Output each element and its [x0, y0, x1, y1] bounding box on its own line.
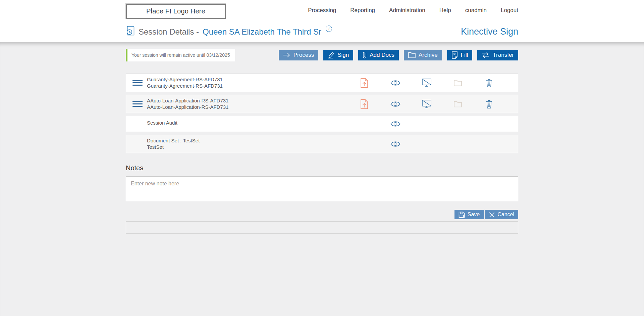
- product-brand: Kinective Sign: [461, 27, 518, 37]
- display-document-icon[interactable]: [411, 99, 442, 109]
- save-button[interactable]: Save: [454, 210, 484, 219]
- document-set-row: Document Set : TestSet TestSet: [126, 135, 518, 153]
- session-expiry-text: Your session will remain active until 03…: [131, 52, 230, 58]
- folder-document-icon[interactable]: [442, 78, 473, 88]
- page-title: Session Details -: [139, 27, 199, 37]
- spacer: [348, 121, 380, 127]
- fi-logo-text: Place FI Logo Here: [146, 7, 205, 15]
- nav-item-help[interactable]: Help: [439, 7, 451, 14]
- drag-handle-icon[interactable]: [132, 80, 143, 86]
- delete-document-icon[interactable]: [473, 78, 504, 88]
- content-area: Your session will remain active until 03…: [0, 42, 644, 316]
- main-nav: Processing Reporting Administration Help…: [308, 7, 518, 14]
- session-expiry-notice: Your session will remain active until 03…: [126, 49, 235, 61]
- document-names: Guaranty-Agreement-RS-AFD731 Guaranty-Ag…: [147, 76, 223, 89]
- display-document-icon[interactable]: [411, 78, 442, 88]
- session-audit-row: Session Audit: [126, 116, 518, 132]
- info-icon[interactable]: i: [326, 26, 332, 32]
- floppy-disk-icon: [459, 212, 465, 218]
- sign-button[interactable]: Sign: [323, 50, 353, 60]
- spacer: [473, 141, 504, 147]
- nav-item-username[interactable]: cuadmin: [465, 7, 487, 14]
- arrow-right-icon: [283, 52, 290, 58]
- action-toolbar: Process Sign: [279, 50, 518, 60]
- top-bar: Place FI Logo Here Processing Reporting …: [0, 0, 644, 21]
- view-docset-icon[interactable]: [380, 141, 411, 147]
- spacer: [473, 121, 504, 127]
- session-name-link[interactable]: Queen SA Elizabeth The Third Sr: [203, 27, 321, 37]
- session-title: Session Details - Queen SA Elizabeth The…: [126, 26, 332, 38]
- document-names: Session Audit: [147, 120, 177, 126]
- notes-heading: Notes: [126, 164, 518, 172]
- spacer: [348, 141, 380, 147]
- folder-icon: [408, 52, 416, 58]
- page-header: Session Details - Queen SA Elizabeth The…: [0, 21, 644, 42]
- note-input[interactable]: [126, 176, 518, 201]
- cancel-button[interactable]: Cancel: [485, 210, 518, 219]
- upload-document-icon[interactable]: [348, 99, 380, 109]
- doc-x-icon: [451, 51, 458, 59]
- spacer: [442, 141, 473, 147]
- spacer: [411, 141, 442, 147]
- paperclip-icon: [363, 51, 367, 59]
- process-button[interactable]: Process: [279, 50, 318, 60]
- document-names: Document Set : TestSet TestSet: [147, 137, 200, 150]
- nav-item-reporting[interactable]: Reporting: [350, 7, 375, 14]
- nav-item-processing[interactable]: Processing: [308, 7, 336, 14]
- transfer-button[interactable]: Transfer: [477, 50, 518, 60]
- swap-arrows-icon: [482, 52, 490, 58]
- fi-logo-placeholder[interactable]: Place FI Logo Here: [126, 4, 226, 19]
- add-docs-button[interactable]: Add Docs: [358, 50, 399, 60]
- spacer: [411, 121, 442, 127]
- upload-document-icon[interactable]: [348, 78, 380, 88]
- view-audit-icon[interactable]: [380, 121, 411, 127]
- spacer: [442, 121, 473, 127]
- archive-button[interactable]: Archive: [404, 50, 442, 60]
- view-document-icon[interactable]: [380, 78, 411, 88]
- notes-history-panel: [126, 221, 518, 234]
- session-history-icon: [126, 26, 135, 38]
- nav-item-logout[interactable]: Logout: [501, 7, 518, 14]
- note-actions: Save Cancel: [126, 210, 518, 219]
- document-list: Guaranty-Agreement-RS-AFD731 Guaranty-Ag…: [126, 74, 518, 153]
- delete-document-icon[interactable]: [473, 99, 504, 109]
- close-x-icon: [489, 212, 495, 218]
- document-row-guaranty: Guaranty-Agreement-RS-AFD731 Guaranty-Ag…: [126, 74, 518, 92]
- document-names: AAuto-Loan-Application-RS-AFD731 AAuto-L…: [147, 97, 228, 110]
- pen-icon: [328, 52, 334, 58]
- nav-item-administration[interactable]: Administration: [389, 7, 425, 14]
- fill-button[interactable]: Fill: [447, 50, 473, 60]
- document-row-auto-loan: AAuto-Loan-Application-RS-AFD731 AAuto-L…: [126, 95, 518, 113]
- folder-document-icon[interactable]: [442, 99, 473, 109]
- view-document-icon[interactable]: [380, 99, 411, 109]
- drag-handle-icon[interactable]: [132, 101, 143, 107]
